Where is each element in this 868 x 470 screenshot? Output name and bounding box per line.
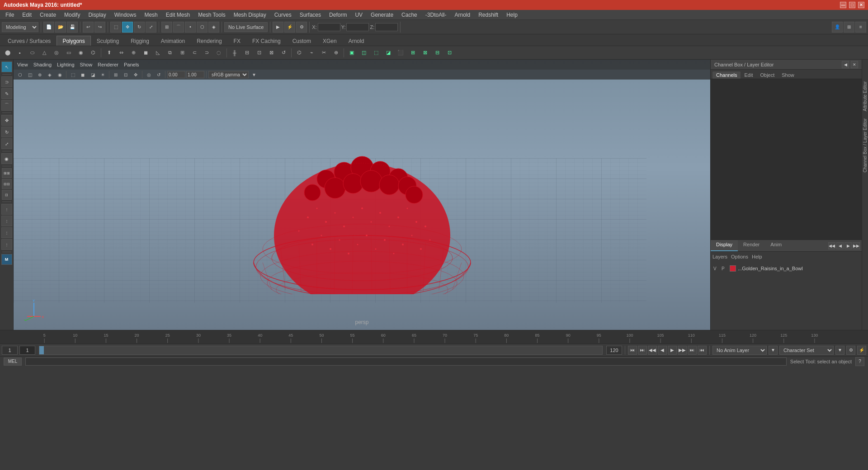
show-menu[interactable]: Show <box>80 62 93 67</box>
new-button[interactable]: 📄 <box>43 22 54 33</box>
move-tool-button[interactable]: ✥ <box>122 22 133 33</box>
torus-icon-btn[interactable]: ◎ <box>51 47 62 58</box>
green-sel4-btn[interactable]: ◪ <box>382 47 394 58</box>
merge-icon-btn[interactable]: ⊂ <box>189 47 200 58</box>
shading-menu[interactable]: Shading <box>33 62 52 67</box>
icon-dots4-btn[interactable]: ⋮ <box>1 239 12 250</box>
help-line-btn[interactable]: ? <box>855 357 864 366</box>
undo-button[interactable]: ↩ <box>83 22 94 33</box>
tab-animation[interactable]: Animation <box>155 36 191 46</box>
helix-icon-btn[interactable]: ⌬ <box>87 47 99 58</box>
snap-live-button[interactable]: ◈ <box>208 22 219 33</box>
char-set-dropdown[interactable]: Character Set <box>779 346 834 355</box>
vp-num2[interactable] <box>186 71 204 78</box>
append-icon-btn[interactable]: ⊕ <box>127 47 139 58</box>
smooth-icon-btn[interactable]: ◌ <box>213 47 225 58</box>
options-icon-button[interactable]: ≡ <box>855 22 866 33</box>
menu-mesh[interactable]: Mesh <box>141 11 161 19</box>
fill-icon-btn[interactable]: ◼ <box>140 47 151 58</box>
extrude-icon-btn[interactable]: ⬆ <box>103 47 115 58</box>
close-button[interactable]: ✕ <box>858 2 864 8</box>
vp-texture-btn[interactable]: ◪ <box>88 70 97 79</box>
icon-dots3-btn[interactable]: ⋮ <box>1 227 12 238</box>
cone-icon-btn[interactable]: △ <box>38 47 50 58</box>
command-line-input[interactable] <box>25 357 787 366</box>
frame-end-input[interactable] <box>606 346 622 355</box>
vp-snap-btn[interactable]: ⊕ <box>35 70 44 79</box>
vp-hud-btn[interactable]: ⊡ <box>121 70 130 79</box>
tab-rigging[interactable]: Rigging <box>125 36 155 46</box>
vp-circle-btn[interactable]: ◎ <box>144 70 153 79</box>
anim-tab[interactable]: Anim <box>765 240 787 251</box>
disp-icon2[interactable]: ◀ <box>836 242 844 249</box>
tab-fx[interactable]: FX <box>228 36 246 46</box>
icon-grid-btn[interactable]: ⊞⊞ <box>2 168 12 178</box>
panel-btn1[interactable]: ◀ <box>842 61 849 68</box>
menu-edit-mesh[interactable]: Edit Mesh <box>162 11 193 19</box>
vp-grid-btn[interactable]: ⊞ <box>111 70 120 79</box>
maximize-button[interactable]: □ <box>849 2 855 8</box>
panel-btn2[interactable]: ✕ <box>851 61 858 68</box>
vp-wire-btn[interactable]: ⬚ <box>68 70 77 79</box>
bottom-settings-btn[interactable]: ⚙ <box>846 346 855 355</box>
vp-gamma-select[interactable]: sRGB gamma Linear <box>208 71 249 78</box>
snap-surface-button[interactable]: ⬡ <box>197 22 208 33</box>
options-subtab[interactable]: Options <box>731 254 748 259</box>
icon-grid2-btn[interactable]: ⊟⊟ <box>2 179 12 189</box>
tab-polygons[interactable]: Polygons <box>57 36 90 46</box>
bevel-btn[interactable]: ⌬ <box>293 47 305 58</box>
display-tab[interactable]: Display <box>711 240 738 251</box>
spin-btn[interactable]: ↺ <box>278 47 289 58</box>
workspace-dropdown[interactable]: Modeling Rigging Animation Rendering FX <box>2 22 38 32</box>
chamfer-btn[interactable]: ⌁ <box>306 47 317 58</box>
view-menu[interactable]: View <box>17 62 28 67</box>
tab-sculpting[interactable]: Sculpting <box>91 36 125 46</box>
show-tab[interactable]: Show <box>778 71 798 79</box>
insert-edge-btn[interactable]: ╫ <box>229 47 241 58</box>
bottom-preferences-btn[interactable]: ⚡ <box>857 346 866 355</box>
x-input[interactable] <box>318 23 340 31</box>
pb-prev-frame[interactable]: ◀◀ <box>648 346 657 355</box>
timeline[interactable]: 5101520253035404550556065707580859095100… <box>0 330 868 343</box>
panels-menu[interactable]: Panels <box>124 62 139 67</box>
select-tool-left[interactable]: ↖ <box>1 61 12 72</box>
y-input[interactable] <box>346 23 369 31</box>
menu-curves[interactable]: Curves <box>271 11 295 19</box>
redo-button[interactable]: ↪ <box>94 22 105 33</box>
ipr-render-button[interactable]: ⚡ <box>284 22 295 33</box>
menu-modify[interactable]: Modify <box>61 11 84 19</box>
sphere-icon-btn[interactable]: ⬤ <box>2 47 14 58</box>
target-weld-btn[interactable]: ⊕ <box>330 47 342 58</box>
snap-curve-button[interactable]: ⌒ <box>173 22 184 33</box>
edit-tab[interactable]: Edit <box>741 71 756 79</box>
menu-display[interactable]: Display <box>85 11 109 19</box>
cut-btn[interactable]: ✂ <box>318 47 330 58</box>
menu-mesh-tools[interactable]: Mesh Tools <box>194 11 229 19</box>
menu-mesh-display[interactable]: Mesh Display <box>230 11 270 19</box>
move-tool-left[interactable]: ✥ <box>1 115 12 126</box>
pb-prev-key[interactable]: ⏭ <box>638 346 647 355</box>
grid-icon-button[interactable]: ⊞ <box>844 22 854 33</box>
show-hide-btn[interactable]: ◉ <box>1 153 12 164</box>
pb-to-start[interactable]: ⏮ <box>628 346 637 355</box>
menu-windows[interactable]: Windows <box>111 11 140 19</box>
scale-tool-button[interactable]: ⤢ <box>146 22 156 33</box>
icon-dots2-btn[interactable]: ⋮ <box>1 216 12 226</box>
green-sel5-btn[interactable]: ⬛ <box>395 47 406 58</box>
z-input[interactable] <box>375 23 398 31</box>
tab-xgen[interactable]: XGen <box>317 36 343 46</box>
disp-icon4[interactable]: ▶▶ <box>853 242 860 249</box>
extract-icon-btn[interactable]: ⊞ <box>176 47 188 58</box>
maya-logo-btn[interactable]: M <box>1 254 12 265</box>
channel-box-label[interactable]: Channel Box / Layer Editor <box>862 115 868 176</box>
vp-sel-btn[interactable]: ◫ <box>25 70 34 79</box>
cube-icon-btn[interactable]: ▪ <box>14 47 26 58</box>
vp-num1[interactable] <box>167 71 185 78</box>
bridge-icon-btn[interactable]: ⇔ <box>115 47 127 58</box>
pb-next-frame[interactable]: ▶▶ <box>678 346 687 355</box>
select-tool-button[interactable]: ⬚ <box>110 22 121 33</box>
offset-edge-btn[interactable]: ⊟ <box>241 47 253 58</box>
vp-gamma-down[interactable]: ▼ <box>250 70 259 79</box>
pb-play-fwd[interactable]: ▶ <box>668 346 677 355</box>
green-sel3-btn[interactable]: ⬚ <box>370 47 382 58</box>
